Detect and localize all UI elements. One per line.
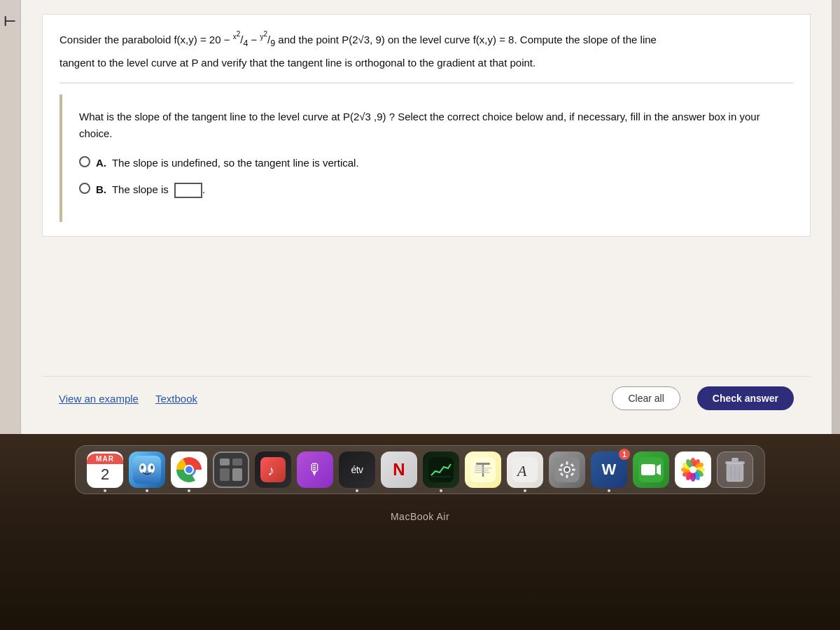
running-indicator: [104, 489, 106, 492]
svg-rect-58: [725, 461, 745, 464]
textedit-icon: [470, 457, 496, 482]
svg-rect-12: [220, 458, 230, 465]
svg-point-31: [565, 468, 569, 472]
fontbook-running-indicator: [524, 489, 526, 492]
finder-icon: [133, 456, 161, 484]
calendar-day: 2: [101, 464, 109, 486]
dock-area: MAR 2: [0, 434, 840, 630]
facetime-icon: [638, 457, 664, 482]
appletv-label: étv: [351, 464, 363, 475]
svg-rect-14: [220, 468, 230, 481]
bottom-bar-left: View an example Textbook: [59, 393, 595, 405]
svg-rect-26: [475, 472, 490, 473]
svg-point-6: [142, 466, 144, 468]
word-w-letter: W: [602, 461, 617, 479]
svg-rect-33: [566, 475, 568, 478]
fraction-x2-over-4: x2/4: [233, 34, 251, 46]
radio-b[interactable]: [79, 183, 90, 194]
dock-icon-finder[interactable]: [129, 451, 165, 488]
finder-running-indicator: [146, 489, 148, 492]
fraction-y2-over-9: y2/9: [260, 34, 278, 46]
trash-icon: [723, 456, 747, 483]
svg-rect-23: [475, 465, 483, 467]
option-a: A. The slope is undefined, so the tangen…: [79, 155, 776, 172]
problem-text: Consider the paraboloid f(x,y) = 20 − x2…: [59, 29, 793, 50]
divider: [59, 83, 793, 83]
dock-icon-photos[interactable]: [675, 451, 711, 488]
fontbook-icon: A: [512, 457, 538, 482]
svg-rect-41: [641, 464, 655, 475]
option-a-label: A. The slope is undefined, so the tangen…: [96, 155, 359, 172]
system-prefs-icon: [554, 457, 580, 482]
radio-a[interactable]: [79, 156, 90, 167]
laptop-screen: ⊢ Consider the paraboloid f(x,y) = 20 − …: [0, 0, 840, 434]
answer-input-box[interactable]: [174, 183, 202, 198]
dock-icon-fontbook[interactable]: A: [507, 451, 543, 488]
dock-icon-stocks[interactable]: [423, 451, 459, 488]
question-area: What is the slope of the tangent line to…: [59, 94, 793, 222]
dock-icon-facetime[interactable]: [633, 451, 669, 488]
back-arrow-icon[interactable]: ⊢: [4, 13, 15, 29]
music-icon: ♪: [260, 457, 286, 482]
dock-icon-textedit[interactable]: [465, 451, 501, 488]
svg-rect-32: [566, 461, 568, 465]
dock-icon-window-manager[interactable]: [213, 451, 249, 488]
chrome-icon: [176, 456, 202, 483]
dock-icon-trash[interactable]: [717, 451, 753, 488]
svg-point-7: [151, 466, 153, 468]
svg-rect-15: [232, 468, 242, 481]
appletv-running-indicator: [356, 489, 358, 492]
word-running-indicator: [608, 489, 610, 492]
problem-text-2: tangent to the level curve at P and veri…: [59, 55, 793, 71]
svg-text:A: A: [516, 462, 527, 479]
check-answer-button[interactable]: Check answer: [697, 386, 794, 410]
svg-rect-25: [475, 470, 489, 471]
dock-icon-word[interactable]: W 1: [591, 451, 627, 488]
svg-rect-59: [732, 458, 738, 461]
svg-rect-34: [559, 469, 562, 471]
main-content: Consider the paraboloid f(x,y) = 20 − x2…: [21, 0, 832, 434]
dock-icon-notch[interactable]: N: [381, 451, 417, 488]
svg-point-56: [690, 466, 696, 473]
bottom-action-bar: View an example Textbook Clear all Check…: [42, 376, 811, 420]
dock-icon-podcasts[interactable]: 🎙: [297, 451, 333, 488]
left-sidebar: ⊢: [0, 0, 21, 434]
dock-icon-calendar[interactable]: MAR 2: [87, 451, 123, 488]
option-b-label: B. The slope is .: [96, 181, 205, 198]
option-b: B. The slope is .: [79, 181, 776, 198]
dock-icon-chrome[interactable]: [171, 451, 207, 488]
dock-icon-system-prefs[interactable]: [549, 451, 585, 488]
clear-all-button[interactable]: Clear all: [612, 386, 680, 410]
dock: MAR 2: [75, 445, 765, 494]
svg-rect-1: [133, 456, 161, 484]
problem-statement: Consider the paraboloid f(x,y) = 20 − x2…: [42, 14, 811, 237]
macbook-air-label: MacBook Air: [391, 511, 449, 522]
notch-n-letter: N: [393, 460, 405, 479]
chrome-running-indicator: [188, 489, 190, 492]
svg-point-11: [186, 466, 192, 473]
svg-rect-35: [572, 469, 575, 471]
question-text: What is the slope of the tangent line to…: [79, 108, 776, 142]
word-badge: 1: [619, 449, 630, 460]
svg-rect-24: [475, 468, 491, 469]
window-manager-icon: [218, 457, 244, 482]
dock-icon-appletv[interactable]: étv: [339, 451, 375, 488]
dock-icon-music[interactable]: ♪: [255, 451, 291, 488]
textbook-button[interactable]: Textbook: [155, 393, 197, 405]
calendar-month: MAR: [87, 454, 123, 464]
stocks-running-indicator: [440, 489, 442, 492]
svg-text:♪: ♪: [267, 463, 274, 478]
photos-icon: [680, 456, 706, 483]
svg-rect-13: [232, 458, 242, 465]
stocks-icon: [428, 457, 454, 482]
view-example-button[interactable]: View an example: [59, 393, 139, 405]
